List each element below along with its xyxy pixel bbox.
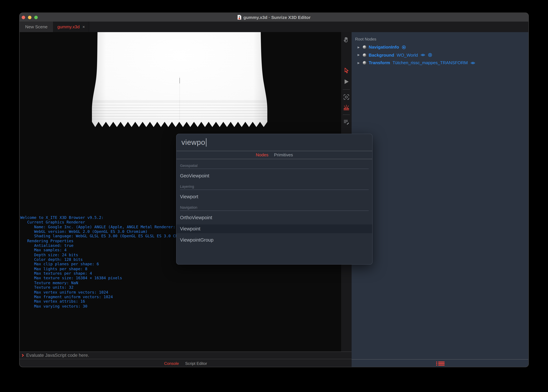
screen: gummy.x3d · Sunrize X3D Editor New Scene…	[0, 0, 548, 392]
tab-nodes[interactable]: Nodes	[256, 153, 268, 157]
select-arrow-tool-button[interactable]	[343, 67, 350, 74]
console-line: Max vertex attribs: 16	[20, 299, 340, 304]
window-title: gummy.x3d · Sunrize X3D Editor	[243, 15, 310, 20]
node-type: Background	[369, 53, 394, 58]
palette-item-orthoviewpoint[interactable]: OrthoViewpoint	[176, 213, 372, 222]
node-search-dialog: viewpo Nodes Primitives Geospatial GeoVi…	[176, 134, 373, 265]
bound-icon[interactable]	[402, 45, 406, 49]
outline-bottom-bar	[352, 359, 529, 367]
tab-primitives[interactable]: Primitives	[274, 153, 293, 157]
zoom-window-button[interactable]	[34, 15, 38, 19]
search-query-text: viewpo	[181, 138, 205, 147]
tab-console[interactable]: Console	[164, 361, 179, 365]
section-header-navigation: Navigation	[180, 205, 368, 211]
tab-label: gummy.x3d	[57, 24, 79, 29]
console-line: Max lights per shape: 8	[20, 266, 340, 271]
palette-item-viewpoint[interactable]: Viewpoint	[176, 224, 372, 233]
node-def-name: WO_World	[397, 53, 418, 58]
pan-hand-tool-button[interactable]	[343, 36, 350, 43]
list-view-button[interactable]	[436, 361, 445, 366]
expand-arrow-icon[interactable]: ▶	[358, 54, 360, 57]
expand-arrow-icon[interactable]: ▶	[358, 61, 360, 64]
tree-row-transform[interactable]: ▶ Transform Tütchen_rissc_mappes_TRANSFO…	[352, 59, 529, 67]
node-search-input[interactable]: viewpo	[176, 134, 372, 151]
node-sphere-icon	[363, 53, 366, 57]
palette-item-geoviewpoint[interactable]: GeoViewpoint	[176, 171, 372, 180]
console-line: Max textures per shape: 4	[20, 271, 340, 276]
node-sphere-icon	[363, 45, 366, 49]
bound-icon[interactable]	[428, 53, 432, 57]
sunrise-light-tool-button[interactable]	[343, 104, 350, 111]
outline-tree: ▶ NavigationInfo ▶ Background WO_World	[352, 43, 529, 67]
document-tabbar: New Scene gummy.x3d ×	[20, 22, 528, 32]
console-line: Texture memory: NaN	[20, 280, 340, 285]
prompt-chevron-icon	[21, 354, 24, 357]
tab-gummy-x3d[interactable]: gummy.x3d ×	[54, 22, 89, 32]
palette-results: Geospatial GeoViewpoint Layering Viewpor…	[176, 163, 372, 244]
node-type: Transform	[369, 60, 390, 65]
expand-arrow-icon[interactable]: ▶	[358, 46, 360, 49]
console-line: Max fragment uniform vectors: 1024	[20, 294, 340, 299]
tab-label: New Scene	[25, 24, 48, 29]
traffic-lights	[22, 13, 38, 21]
titlebar[interactable]: gummy.x3d · Sunrize X3D Editor	[20, 13, 528, 21]
text-caret	[206, 138, 206, 147]
eye-icon[interactable]	[420, 53, 425, 57]
minimize-window-button[interactable]	[28, 15, 31, 19]
tree-row-navigationinfo[interactable]: ▶ NavigationInfo	[352, 43, 529, 51]
bottom-panel-tabs: Console Script Editor	[20, 359, 352, 367]
close-window-button[interactable]	[22, 15, 25, 19]
node-sphere-icon	[363, 61, 366, 65]
toolbar-divider	[343, 115, 350, 115]
section-header-geospatial: Geospatial	[180, 163, 368, 169]
console-input[interactable]: Evaluate JavaScript code here.	[20, 351, 352, 359]
console-line: Max varying vectors: 30	[20, 304, 340, 308]
close-tab-icon[interactable]: ×	[82, 24, 85, 29]
console-line: Max vertex uniform vectors: 1024	[20, 290, 340, 294]
node-type: NavigationInfo	[369, 45, 399, 50]
document-icon	[238, 15, 242, 20]
node-def-name: Tütchen_rissc_mappes_TRANSFORM	[392, 60, 468, 65]
palette-item-viewpointgroup[interactable]: ViewpointGroup	[176, 236, 372, 244]
outline-panel: Root Nodes ▶ NavigationInfo ▶ Backgroun	[352, 32, 529, 367]
tree-row-background[interactable]: ▶ Background WO_World	[352, 51, 529, 59]
play-icon[interactable]	[343, 78, 350, 85]
gummy-package-3d-object	[92, 32, 267, 128]
console-input-placeholder: Evaluate JavaScript code here.	[26, 353, 89, 358]
snapshot-tool-button[interactable]	[343, 93, 350, 100]
console-line: Max texture size: 16384 × 16384 pixels	[20, 276, 340, 280]
console-line: Texture units: 32	[20, 285, 340, 290]
tab-script-editor[interactable]: Script Editor	[185, 361, 207, 365]
palette-tabbar: Nodes Primitives	[176, 151, 372, 159]
script-edit-tool-button[interactable]	[343, 118, 350, 125]
palette-item-viewport[interactable]: Viewport	[176, 192, 372, 201]
section-header-layering: Layering	[180, 184, 368, 190]
toolbar-divider	[343, 89, 350, 90]
outline-header: Root Nodes	[355, 37, 529, 41]
eye-icon[interactable]	[470, 61, 475, 65]
tab-new-scene[interactable]: New Scene	[20, 22, 54, 32]
